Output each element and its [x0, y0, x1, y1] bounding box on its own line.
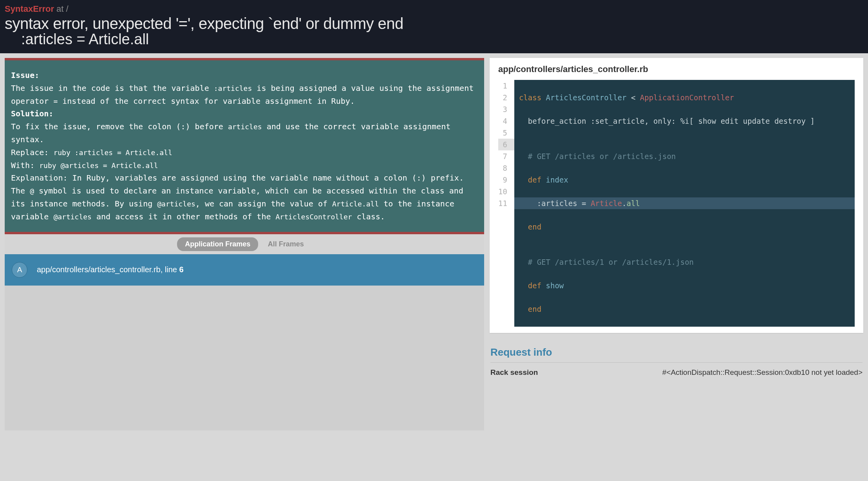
code-line-comment: # GET /articles/1 or /articles/1.json: [514, 256, 855, 268]
code-tok: .: [622, 199, 626, 208]
frame-icon: A: [12, 262, 27, 278]
issue-code-1: :articles: [214, 84, 252, 92]
issue-label: Issue:: [11, 71, 39, 80]
gutter-line: 11: [498, 199, 507, 208]
code-tok: Article: [591, 199, 622, 208]
code-line: before_action :set_article, only: %i[ sh…: [514, 115, 855, 127]
content-area: Issue: The issue in the code is that the…: [0, 53, 868, 435]
explanation-text-5: and access it in other methods of the: [92, 212, 276, 221]
code-tok: <: [626, 93, 640, 102]
code-line: end: [514, 221, 855, 233]
code-line-highlighted: :articles = Article.all: [514, 197, 855, 209]
gutter-line: 2: [503, 93, 507, 102]
empty-stack-area: [5, 286, 484, 430]
code-tok: ApplicationController: [640, 93, 734, 102]
code-tok: def: [519, 175, 541, 184]
request-info-section: Request info Rack session #<ActionDispat…: [490, 346, 863, 377]
issue-text-1: The issue in the code is that the variab…: [11, 83, 214, 93]
error-message: syntax error, unexpected '=', expecting …: [5, 15, 863, 33]
rack-session-label: Rack session: [490, 368, 604, 377]
frame-text: app/controllers/articles_controller.rb, …: [37, 265, 184, 274]
explanation-text-6: class.: [352, 212, 385, 221]
error-title-line: SyntaxError at /: [5, 4, 863, 14]
request-row-rack-session: Rack session #<ActionDispatch::Request::…: [490, 368, 863, 377]
error-snippet: :articles = Article.all: [21, 31, 863, 48]
frame-icon-letter: A: [17, 266, 22, 274]
code-tok: :articles =: [519, 199, 591, 208]
code-tok: show: [541, 281, 564, 290]
explanation-label: Explanation:: [11, 173, 72, 183]
solution-label: Solution:: [11, 109, 53, 118]
gutter-line: 3: [503, 105, 507, 114]
right-panel: app/controllers/articles_controller.rb 1…: [490, 58, 863, 430]
frame-tabs: Application Frames All Frames: [5, 234, 484, 254]
explanation-text-3: , we can assign the value of: [195, 199, 332, 208]
explanation-code-2: @articles: [157, 200, 195, 208]
solution-code-1: articles: [228, 123, 262, 131]
code-line: end: [514, 303, 855, 315]
tab-application-frames[interactable]: Application Frames: [177, 237, 258, 251]
code-line-comment: # GET /articles or /articles.json: [514, 150, 855, 162]
error-header: SyntaxError at / syntax error, unexpecte…: [0, 0, 868, 53]
request-info-title: Request info: [490, 346, 863, 362]
with-code: ruby @articles = Article.all: [39, 161, 158, 170]
solution-text-1: To fix the issue, remove the colon (:) b…: [11, 122, 228, 131]
left-panel: Issue: The issue in the code is that the…: [5, 58, 484, 430]
gutter-line: 4: [503, 117, 507, 125]
code-tok: class: [519, 93, 541, 102]
code-block: 1 2 3 4 5 6 7 8 9 10 11 class ArticlesCo…: [498, 80, 855, 327]
frame-line-label: , line: [161, 265, 179, 274]
explanation-box: Issue: The issue in the code is that the…: [5, 58, 484, 234]
code-tok: ArticlesController: [546, 93, 627, 102]
divider: [490, 362, 863, 363]
rack-session-value: #<ActionDispatch::Request::Session:0xdb1…: [662, 368, 863, 377]
replace-label: Replace:: [11, 148, 53, 157]
code-file-path: app/controllers/articles_controller.rb: [498, 64, 855, 74]
tab-all-frames[interactable]: All Frames: [260, 237, 312, 251]
issue-text-3: instead of the correct syntax for variab…: [58, 96, 355, 106]
explanation-code-4: @articles: [53, 213, 92, 221]
code-tok: index: [541, 175, 568, 184]
code-tok: def: [519, 281, 541, 290]
error-at-label: at: [54, 4, 66, 14]
gutter-line: 1: [503, 81, 507, 90]
explanation-code-1: @: [30, 187, 34, 195]
explanation-code-3: Article.all: [332, 200, 379, 208]
error-path: /: [66, 4, 69, 14]
frame-file: app/controllers/articles_controller.rb: [37, 265, 161, 274]
issue-code-2: =: [53, 97, 58, 105]
with-label: With:: [11, 161, 39, 170]
frame-line-number: 6: [179, 265, 184, 274]
gutter-line: 7: [503, 152, 507, 161]
error-type: SyntaxError: [5, 4, 54, 14]
gutter-line: 9: [503, 175, 507, 184]
replace-code: ruby :articles = Article.all: [53, 148, 172, 157]
gutter-line: 10: [498, 187, 507, 196]
code-tok: all: [626, 199, 640, 208]
line-gutter: 1 2 3 4 5 6 7 8 9 10 11: [498, 80, 514, 327]
gutter-line: 8: [503, 164, 507, 172]
stack-frame[interactable]: A app/controllers/articles_controller.rb…: [5, 254, 484, 286]
code-viewer: app/controllers/articles_controller.rb 1…: [490, 58, 863, 333]
gutter-line-highlighted: 6: [498, 139, 514, 150]
explanation-code-5: ArticlesController: [276, 213, 352, 221]
gutter-line: 5: [503, 128, 507, 137]
code-lines[interactable]: class ArticlesController < ApplicationCo…: [514, 80, 855, 327]
